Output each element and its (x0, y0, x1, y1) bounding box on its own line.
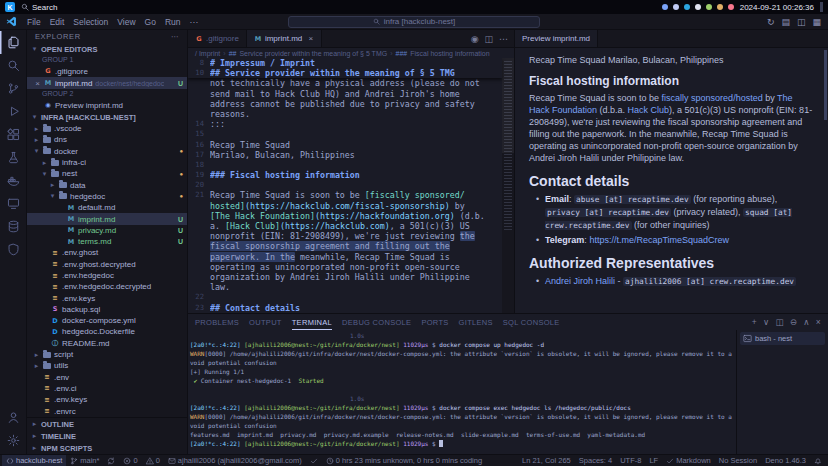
tree-item-docker-compose.yml[interactable]: Ddocker-compose.yml (27, 315, 187, 326)
command-center-search[interactable]: infra [hackclub-nest] (288, 16, 540, 28)
toggle-panel-icon[interactable]: ▤ (781, 17, 790, 27)
status-deno-version[interactable]: Deno 1.46.3 (761, 455, 810, 466)
code-line[interactable]: nonprofit (EIN: 81-2908499), we're just … (188, 231, 502, 241)
new-terminal-icon[interactable]: + (752, 317, 757, 327)
minimap[interactable] (502, 58, 514, 313)
tree-item-default.md[interactable]: Mdefault.md (27, 202, 187, 213)
menu-selection[interactable]: Selection (69, 16, 112, 28)
status-language-mode[interactable]: Markdown (662, 455, 715, 466)
os-search-widget[interactable]: Search (21, 3, 57, 12)
tree-item-backup.sql[interactable]: Sbackup.sql (27, 304, 187, 315)
maximize-panel-icon[interactable]: ∧ (803, 317, 810, 327)
kill-terminal-icon[interactable]: ⊖ (790, 317, 797, 327)
menu-run[interactable]: Run (161, 16, 185, 28)
close-icon[interactable]: × (34, 79, 41, 88)
tree-item-script[interactable]: ▸script (27, 349, 187, 360)
tray-telegram-icon[interactable] (684, 4, 690, 10)
status-account-email[interactable]: ajhalili2006 (ajhalili2006@gmail.com) (164, 455, 306, 466)
close-panel-icon[interactable]: × (816, 317, 821, 327)
preview-link[interactable]: Hack Club (628, 105, 670, 115)
tree-item-.env.ci[interactable]: ≡.env.ci (27, 383, 187, 394)
status-git-branch[interactable]: main* (66, 455, 103, 466)
panel-tab-debug-console[interactable]: DEBUG CONSOLE (342, 314, 411, 330)
more-actions-icon[interactable]: ⋯ (499, 34, 508, 44)
activity-source-control[interactable] (0, 77, 26, 100)
code-line[interactable]: a. [Hack Club](https://hackclub.com), a … (188, 221, 502, 231)
split-editor-icon[interactable]: ◫ (484, 34, 493, 44)
preview-tab[interactable]: Preview imprint.md (515, 30, 598, 47)
code-line[interactable]: [The Hack Foundation](https://hackfounda… (188, 211, 502, 221)
menu-go[interactable]: Go (141, 16, 160, 28)
tree-item-dns[interactable]: ▸dns (27, 134, 187, 145)
breadcrumb-item[interactable]: Fiscal hosting information (410, 50, 489, 57)
code-line[interactable]: 19### Fiscal hosting information (188, 170, 502, 180)
preview-link[interactable]: fiscally sponsored/hosted (662, 93, 763, 103)
menu-edit[interactable]: Edit (46, 16, 69, 28)
customize-layout-icon[interactable]: ▦ (812, 17, 821, 27)
terminal-session-item[interactable]: bash - nest (740, 332, 825, 345)
activity-run-debug[interactable] (0, 100, 26, 123)
preview-scrollbar[interactable] (824, 50, 827, 120)
peek-desktop-icon[interactable] (820, 2, 823, 12)
tray-volume-icon[interactable] (695, 4, 701, 10)
tray-battery-icon[interactable] (717, 4, 723, 10)
code-line[interactable]: address cannot be published due to priva… (188, 99, 502, 109)
open-preview-icon[interactable]: ◉ (471, 34, 479, 44)
status-eol[interactable]: LF (645, 455, 662, 466)
tree-item-data[interactable]: ▸data (27, 179, 187, 190)
code-line[interactable]: not technically have a physical address … (188, 78, 502, 88)
status-git-sync[interactable] (103, 455, 119, 466)
open-editor-item[interactable]: ◉Preview imprint.md (27, 99, 187, 111)
tree-item-.env.ghost[interactable]: ≡.env.ghost (27, 247, 187, 258)
activity-remote-explorer[interactable] (0, 192, 26, 215)
panel-tab-gitlens[interactable]: GITLENS (459, 314, 493, 330)
tree-item-terms.md[interactable]: Mterms.mdU (27, 236, 187, 247)
status-cursor-position[interactable]: Ln 21, Col 265 (518, 455, 575, 466)
open-editor-item[interactable]: G.gitignore (27, 65, 187, 77)
code-line[interactable]: 22 (188, 292, 502, 302)
tree-item-README.md[interactable]: ⓘREADME.md (27, 338, 187, 349)
activity-settings[interactable] (0, 429, 26, 452)
code-line[interactable]: operating as unincorporated non-profit o… (188, 262, 502, 272)
code-line[interactable]: 14::: (188, 119, 502, 129)
panel-tab-problems[interactable]: PROBLEMS (195, 314, 239, 330)
tray-display-icon[interactable] (662, 4, 668, 10)
breadcrumb-item[interactable]: Service provider within the meaning of §… (239, 50, 387, 57)
code-line[interactable]: law. (188, 282, 502, 292)
tree-item-imprint.md[interactable]: Mimprint.mdU (27, 213, 187, 224)
code-line[interactable]: 16Recap Time Squad (188, 140, 502, 150)
code-line[interactable]: 15 (188, 129, 502, 139)
menu-view[interactable]: View (113, 16, 139, 28)
app-launcher-icon[interactable]: K (5, 2, 15, 12)
tray-network-icon[interactable] (706, 4, 712, 10)
clock[interactable]: 2024-09-21 00:26:36 (740, 3, 814, 12)
code-line[interactable]: 20 (188, 180, 502, 190)
status-format-ok[interactable] (306, 455, 322, 466)
tree-item-.envrc[interactable]: ≡.envrc (27, 405, 187, 416)
split-editor-icon[interactable]: ◫ (797, 17, 806, 27)
panel-tab-ports[interactable]: PORTS (421, 314, 448, 330)
open-editors-header[interactable]: ▾ OPEN EDITORS (27, 43, 187, 55)
status-errors[interactable]: 0 (119, 455, 141, 466)
preview-link[interactable]: Andrei Jiroh Halili (545, 276, 615, 286)
open-editor-item[interactable]: ×Mimprint.mddocker/nest/hedgedocU (27, 77, 187, 89)
section-header-npm-scripts[interactable]: ▸NPM SCRIPTS (27, 442, 187, 454)
code-line[interactable]: hosted](https://hackclub.com/fiscal-spon… (188, 201, 502, 211)
code-editor[interactable]: 8# Impressum / Imprint10## Service provi… (188, 58, 514, 313)
status-remote-indicator[interactable]: hackclub-nest (2, 455, 66, 466)
menu-more-icon[interactable]: ⋯ (186, 16, 203, 28)
status-session[interactable]: No Session (715, 455, 761, 466)
tree-item-.env[interactable]: ≡.env (27, 372, 187, 383)
code-line[interactable]: fiscal sponsorship agreement and filling… (188, 241, 502, 251)
tree-item-.env.keys[interactable]: ≡.env.keys (27, 394, 187, 405)
tree-item-.env.hedgedoc[interactable]: ≡.env.hedgedoc (27, 270, 187, 281)
tray-notifications-icon[interactable] (728, 4, 734, 10)
tree-item-.env.ghost.decrypted[interactable]: ≡.env.ghost.decrypted (27, 259, 187, 270)
menu-file[interactable]: File (23, 16, 45, 28)
activity-gitlens[interactable] (0, 238, 26, 261)
breadcrumb-item[interactable]: / Imprint (195, 50, 220, 57)
editor-tab-.gitignore[interactable]: G.gitignore (188, 30, 247, 47)
code-line[interactable]: reasons. (188, 109, 502, 119)
status-indentation[interactable]: Spaces: 4 (575, 455, 616, 466)
code-line[interactable]: 23## Contact details (188, 303, 502, 313)
